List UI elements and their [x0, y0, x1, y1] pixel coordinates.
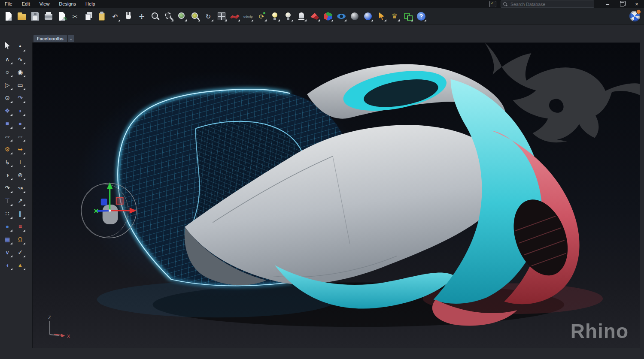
- help[interactable]: ?: [416, 11, 427, 22]
- menu-edit[interactable]: Edit: [17, 0, 35, 8]
- menu-view[interactable]: View: [35, 0, 55, 8]
- mirror-array[interactable]: ∥: [15, 208, 26, 219]
- copy[interactable]: [83, 11, 94, 22]
- cylinder[interactable]: ●: [15, 118, 26, 129]
- save[interactable]: [30, 11, 41, 22]
- array-scatter[interactable]: ∷: [2, 208, 13, 219]
- layer-stack[interactable]: ≡: [15, 221, 26, 232]
- handle-curve[interactable]: ↝: [15, 182, 26, 193]
- plumb-tee[interactable]: ⊥: [15, 157, 26, 168]
- workspace-toggle-icon[interactable]: [489, 1, 496, 7]
- viewport-layout[interactable]: [216, 11, 227, 22]
- polygon-center[interactable]: ⊙: [2, 92, 13, 103]
- blend-curve[interactable]: ↷: [2, 182, 13, 193]
- plane[interactable]: ▱: [15, 131, 26, 142]
- curve-through-points[interactable]: ododp: [243, 11, 254, 22]
- search-icon: [503, 2, 507, 6]
- menu-file[interactable]: File: [0, 0, 17, 8]
- cut[interactable]: ✂: [70, 11, 81, 22]
- box[interactable]: ■: [2, 118, 13, 129]
- surface-sheet[interactable]: ▱: [2, 131, 13, 142]
- open-file[interactable]: [16, 11, 27, 22]
- window-controls: –×: [600, 0, 644, 8]
- rhino-app-window: FileEditViewDesignsHelp –×: [0, 0, 644, 359]
- scale-arrows[interactable]: ↗: [15, 195, 26, 206]
- light-off[interactable]: [283, 11, 294, 22]
- pointer-tool[interactable]: [376, 11, 387, 22]
- named-cplane-cycle[interactable]: ⟳: [256, 11, 267, 22]
- gizmo-blue-axis[interactable]: [97, 211, 110, 211]
- viewport-tab-caret-icon[interactable]: ⌄: [68, 35, 74, 42]
- flow-arrow[interactable]: ➥: [15, 144, 26, 155]
- polyline[interactable]: ∧: [2, 54, 13, 65]
- sync-wheel-icon[interactable]: [629, 10, 641, 22]
- shaded-sphere[interactable]: ◑: [2, 169, 13, 181]
- material-sphere[interactable]: [362, 11, 374, 22]
- canvas-area: Facetooolbs ⌄: [27, 24, 644, 359]
- paste[interactable]: [96, 11, 107, 22]
- light-on[interactable]: [269, 11, 280, 22]
- grid-array[interactable]: ▦: [2, 234, 13, 245]
- menu-bar: FileEditViewDesignsHelp: [0, 0, 100, 8]
- zoom[interactable]: [149, 11, 161, 22]
- named-selections[interactable]: [402, 11, 413, 22]
- select-pointer[interactable]: [2, 41, 13, 52]
- axis-z-label: Z: [48, 315, 51, 320]
- viewport-tab-label[interactable]: Facetooolbs: [33, 35, 67, 42]
- torus-rings[interactable]: ⊚: [15, 169, 26, 181]
- shade-surface[interactable]: [229, 11, 240, 22]
- transform-tee[interactable]: ⊤: [2, 195, 13, 206]
- globe[interactable]: ●: [2, 221, 13, 232]
- render-cube[interactable]: [322, 11, 334, 22]
- pan[interactable]: [123, 11, 134, 22]
- zoom-window[interactable]: [163, 11, 174, 22]
- minimize-button[interactable]: –: [600, 0, 615, 8]
- print[interactable]: [43, 11, 54, 22]
- sphere-preview[interactable]: [349, 11, 360, 22]
- rotate-view[interactable]: ↻: [203, 11, 214, 22]
- viewport-3d[interactable]: Z X Rhino: [32, 42, 640, 348]
- close-button[interactable]: ×: [629, 0, 644, 8]
- gold-funnel[interactable]: ▲: [15, 259, 26, 271]
- hemisphere[interactable]: ◖: [2, 259, 13, 271]
- wrench-tool[interactable]: ⚙: [2, 144, 13, 155]
- main-toolbar: ✎ ✂ ↶ ✢: [0, 8, 644, 25]
- circle[interactable]: ○: [2, 66, 13, 78]
- spotlight[interactable]: [296, 11, 307, 22]
- rhino-watermark: Rhino: [571, 320, 629, 343]
- gizmo-blue-handle[interactable]: [101, 199, 107, 205]
- gumball-move[interactable]: ✢: [136, 11, 147, 22]
- fillet-blades[interactable]: ∨: [2, 247, 13, 258]
- arc[interactable]: ▷: [2, 79, 13, 91]
- curve-pipe[interactable]: ↷: [15, 92, 26, 103]
- restore-button[interactable]: [615, 0, 629, 8]
- undo[interactable]: ↶: [109, 11, 121, 22]
- menu-help[interactable]: Help: [81, 0, 100, 8]
- solid-primitives[interactable]: ❖: [2, 105, 13, 116]
- gold-ornament[interactable]: ♛: [389, 11, 400, 22]
- axis-x-label: X: [67, 334, 70, 339]
- new-file[interactable]: [3, 11, 14, 22]
- edit-notes[interactable]: ✎: [56, 11, 67, 22]
- zoom-selected[interactable]: [189, 11, 200, 22]
- solid-blob[interactable]: ◗: [15, 105, 26, 116]
- check-confirm[interactable]: ✓: [15, 247, 26, 258]
- environment-eye[interactable]: [336, 11, 347, 22]
- zoom-extents[interactable]: [176, 11, 187, 22]
- viewport-tab[interactable]: Facetooolbs ⌄: [33, 35, 74, 42]
- gizmo-red-handle[interactable]: [116, 198, 123, 204]
- extrude[interactable]: ↳: [2, 157, 13, 168]
- render-preview[interactable]: [309, 11, 320, 22]
- search-box[interactable]: [501, 0, 594, 8]
- search-input[interactable]: [510, 1, 592, 7]
- tool-sidebar: • ∧ ∿ ○ ◉ ▷ ▭ ⊙: [0, 24, 30, 359]
- ellipse[interactable]: ◉: [15, 66, 26, 78]
- rectangle[interactable]: ▭: [15, 79, 26, 91]
- titlebar: FileEditViewDesignsHelp –×: [0, 0, 644, 8]
- single-point[interactable]: •: [15, 41, 26, 52]
- menu-designs[interactable]: Designs: [54, 0, 81, 8]
- curve-control-points[interactable]: ∿: [15, 54, 26, 65]
- viewport-scene: Z X: [33, 43, 640, 348]
- lamp-orange[interactable]: Ω: [15, 234, 26, 245]
